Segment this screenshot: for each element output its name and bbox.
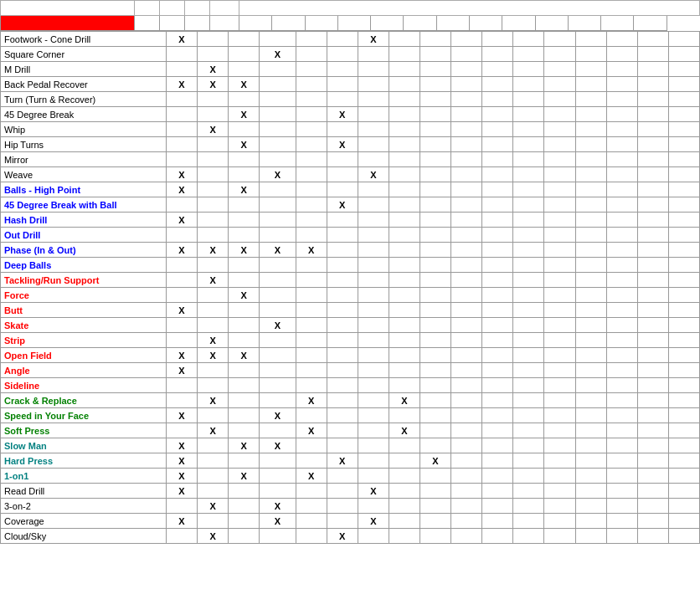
mark-cell (637, 318, 668, 333)
mark-cell (451, 514, 482, 529)
mark-cell (668, 529, 699, 544)
drill-name-cell: Phase (In & Out) (1, 243, 167, 258)
mark-cell (606, 62, 637, 77)
mark-cell (229, 258, 260, 273)
mark-cell (513, 529, 544, 544)
mark-cell (451, 122, 482, 137)
drill-name-cell: Mirror (1, 152, 167, 167)
mark-cell (419, 514, 450, 529)
mark-cell (513, 77, 544, 92)
mark-cell (544, 92, 575, 107)
mark-cell (451, 228, 482, 243)
mark-cell (389, 182, 419, 197)
mark-cell (513, 213, 544, 228)
drill-column-header (1, 16, 135, 31)
mark-cell (358, 529, 389, 544)
mark-cell (229, 62, 260, 77)
mark-cell (419, 333, 450, 348)
mark-cell: X (198, 423, 229, 438)
table-row: 1-on1XXX (1, 469, 700, 484)
mark-cell (296, 62, 327, 77)
mark-cell (198, 363, 229, 378)
mark-cell (358, 258, 389, 273)
drill-name-cell: Speed in Your Face (1, 408, 167, 423)
mark-cell: X (166, 32, 197, 47)
mark-cell (482, 408, 513, 423)
mark-cell (358, 333, 389, 348)
mark-cell: X (260, 47, 296, 62)
mark-cell (296, 182, 327, 197)
mark-cell (668, 47, 699, 62)
mark-cell (229, 453, 260, 469)
mark-cell (637, 167, 668, 182)
mark-cell (229, 273, 260, 288)
mark-cell (166, 333, 197, 348)
mark-cell (513, 167, 544, 182)
mark-cell: X (229, 469, 260, 484)
mark-cell (166, 423, 197, 438)
mark-cell (389, 47, 419, 62)
mark-cell (637, 514, 668, 529)
mark-cell (637, 378, 668, 393)
drill-name-cell: Strip (1, 333, 167, 348)
mark-cell (260, 77, 296, 92)
mark-cell (389, 288, 419, 303)
mark-cell (637, 77, 668, 92)
mark-cell (260, 453, 296, 469)
mark-cell (575, 318, 606, 333)
drill-name-cell: Hip Turns (1, 137, 167, 152)
drill-name-cell: Skate (1, 318, 167, 333)
mark-cell (327, 408, 358, 423)
mark-cell: X (166, 243, 197, 258)
mark-cell (358, 228, 389, 243)
mark-cell (229, 499, 260, 514)
mark-cell (451, 529, 482, 544)
mark-cell (229, 197, 260, 213)
mark-cell (637, 393, 668, 408)
mark-cell (637, 197, 668, 213)
mark-cell (419, 167, 450, 182)
table-row: Mirror (1, 152, 700, 167)
mark-cell (513, 32, 544, 47)
mark-cell (451, 378, 482, 393)
date-header-2 (185, 16, 210, 31)
mark-cell (358, 197, 389, 213)
mark-cell (575, 273, 606, 288)
title-spacer3 (160, 1, 185, 16)
mark-cell (575, 423, 606, 438)
mark-cell (575, 32, 606, 47)
mark-cell (513, 47, 544, 62)
extra-col-4 (371, 16, 404, 31)
drill-name-cell: Out Drill (1, 228, 167, 243)
mark-cell (419, 137, 450, 152)
mark-cell (358, 47, 389, 62)
mark-cell (451, 288, 482, 303)
mark-cell (229, 423, 260, 438)
mark-cell (296, 77, 327, 92)
mark-cell (668, 303, 699, 318)
mark-cell (482, 273, 513, 288)
mark-cell (327, 122, 358, 137)
mark-cell (296, 363, 327, 378)
mark-cell (419, 228, 450, 243)
mark-cell (198, 303, 229, 318)
mark-cell (358, 408, 389, 423)
mark-cell: X (198, 348, 229, 363)
mark-cell (606, 469, 637, 484)
mark-cell (513, 318, 544, 333)
mark-cell (327, 152, 358, 167)
mark-cell (482, 32, 513, 47)
mark-cell (482, 62, 513, 77)
mark-cell (389, 484, 419, 499)
mark-cell (575, 243, 606, 258)
title-spacer5 (210, 1, 239, 16)
mark-cell (482, 197, 513, 213)
mark-cell (296, 408, 327, 423)
mark-cell (637, 438, 668, 453)
mark-cell (606, 92, 637, 107)
mark-cell (229, 378, 260, 393)
drill-name-cell: Slow Man (1, 438, 167, 453)
mark-cell (419, 393, 450, 408)
mark-cell (229, 92, 260, 107)
mark-cell (327, 32, 358, 47)
